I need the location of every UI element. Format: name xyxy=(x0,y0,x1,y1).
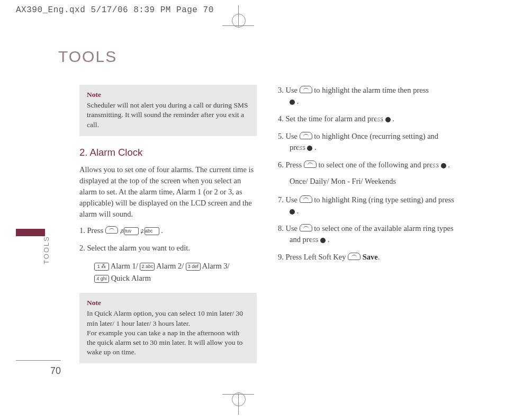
step-2: 2. Select the alarm you want to edit. xyxy=(79,243,257,254)
ok-key-icon-7: OK xyxy=(290,209,295,215)
recurrence-options: Once/ Daily/ Mon - Fri/ Weekends xyxy=(278,176,455,187)
content-area: Note Scheduler will not alert you during… xyxy=(79,85,455,373)
side-red-tab xyxy=(16,229,45,236)
alarm-options-list: 1 ⁂ Alarm 1/ 2 abc Alarm 2/ 3 def Alarm … xyxy=(94,260,257,284)
ok-key-icon: OK xyxy=(290,100,295,105)
note-box-2: Note In Quick Alarm option, you can sele… xyxy=(79,293,257,363)
note-2-title: Note xyxy=(87,298,249,308)
alarm-opt-3: Alarm 3/ xyxy=(201,262,230,270)
side-rule xyxy=(16,360,61,361)
step-7: 7. Use to highlight Ring (ring type sett… xyxy=(278,194,455,217)
left-soft-key-icon-9 xyxy=(348,253,360,260)
step-6: 6. Press to select one of the following … xyxy=(278,159,455,171)
s7a: 7. Use xyxy=(278,195,300,204)
key-2abc-icon: 2 abc xyxy=(145,227,159,235)
note-1-body: Scheduler will not alert you during a ca… xyxy=(87,101,249,130)
intro-paragraph: Allows you to set one of four alarms. Th… xyxy=(79,164,257,220)
ok-key-icon-6: OK xyxy=(441,163,446,168)
alarm-opt-2: Alarm 2/ xyxy=(155,262,185,270)
s6b: to select one of the following and press xyxy=(318,160,440,169)
s9a: 9. Press Left Soft Key xyxy=(278,253,348,261)
save-label: Save xyxy=(363,253,378,261)
s3a: 3. Use xyxy=(278,86,300,94)
note-box-1: Note Scheduler will not alert you during… xyxy=(79,85,257,136)
key-8tuv-icon: 8 tuv xyxy=(124,227,139,235)
s8c: . xyxy=(326,235,329,244)
nav-key-icon xyxy=(300,86,312,93)
crop-circle-bottom xyxy=(232,392,246,406)
key-1-icon: 1 ⁂ xyxy=(94,263,109,271)
ok-key-icon-4: OK xyxy=(385,117,391,122)
s6a: 6. Press xyxy=(278,160,304,169)
s8a: 8. Use xyxy=(278,224,300,233)
s6c: . xyxy=(446,160,450,169)
nav-key-icon-5 xyxy=(300,132,312,139)
step-8: 8. Use to select one of the available al… xyxy=(278,223,455,245)
step-4: 4. Set the time for alarm and press OK . xyxy=(278,113,455,124)
nav-key-icon-8 xyxy=(300,224,312,231)
step-1: 1. Press , 8 tuv , 2 abc . xyxy=(79,225,257,236)
left-soft-key-icon xyxy=(105,226,118,234)
key-4ghi-icon: 4 ghi xyxy=(94,275,109,283)
s4a: 4. Set the time for alarm and press xyxy=(278,114,385,123)
s5a: 5. Use xyxy=(278,132,300,140)
crop-header-text: AX390_Eng.qxd 5/17/06 8:39 PM Page 70 xyxy=(16,5,214,15)
step1-text-a: 1. Press xyxy=(79,226,105,235)
key-2abc-icon-b: 2 abc xyxy=(140,263,155,271)
left-column: Note Scheduler will not alert you during… xyxy=(79,85,257,373)
right-column: 3. Use to highlight the alarm time then … xyxy=(278,85,455,373)
nav-key-icon-7 xyxy=(300,195,312,203)
s3b: to highlight the alarm time then press xyxy=(314,86,429,94)
ok-key-icon-5: OK xyxy=(307,146,312,151)
crop-circle-top xyxy=(232,14,246,28)
ok-key-icon-8: OK xyxy=(320,238,326,243)
step1-text-d: . xyxy=(159,226,163,235)
page-number: 70 xyxy=(50,365,61,377)
section-heading: 2. Alarm Clock xyxy=(79,146,257,160)
key-3def-icon: 3 def xyxy=(186,263,201,271)
s4b: . xyxy=(391,114,394,123)
step-9: 9. Press Left Soft Key Save. xyxy=(278,252,455,263)
nav-key-icon-6 xyxy=(304,160,317,168)
side-tab-label: TOOLS xyxy=(42,236,50,264)
note-2-body: In Quick Alarm option, you can select 10… xyxy=(87,309,249,357)
note-1-title: Note xyxy=(87,90,249,100)
step-5: 5. Use to highlight Once (recurring sett… xyxy=(278,131,455,153)
alarm-opt-4: Quick Alarm xyxy=(109,274,151,282)
s7b: to highlight Ring (ring type setting) an… xyxy=(314,195,454,204)
step-3: 3. Use to highlight the alarm time then … xyxy=(278,85,455,107)
s5c: . xyxy=(312,143,316,151)
alarm-opt-1: Alarm 1/ xyxy=(109,262,140,270)
s7c: . xyxy=(295,207,299,215)
page-title: TOOLS xyxy=(58,48,117,66)
s9c: . xyxy=(378,253,380,261)
s3c: . xyxy=(295,97,299,105)
